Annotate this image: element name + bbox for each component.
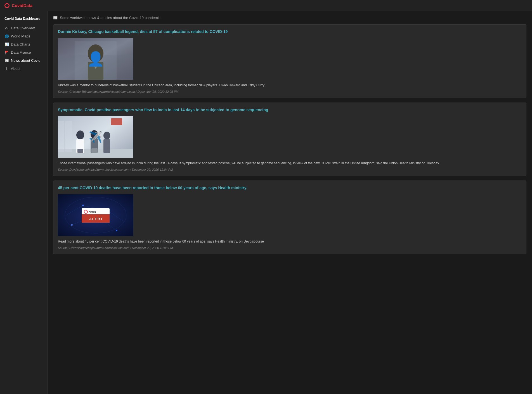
article-image-container-3: News ALERT [58,194,522,236]
about-icon: ℹ [4,67,9,71]
world-maps-icon: 🌐 [4,34,9,38]
article-card-3: 45 per cent COVID-19 deaths have been re… [53,181,526,254]
article-image-container-2 [58,116,522,158]
article-card-2: Symptomatic, Covid positive passengers w… [53,103,526,176]
svg-rect-33 [82,214,110,215]
sidebar-item-label: World Maps [11,34,30,38]
logo-highlight: Covid [12,3,23,8]
article-source-2: Source: Devdiscoursehttps://www.devdisco… [58,168,522,171]
svg-rect-5 [75,41,117,80]
sidebar-item-label: News about Covid [11,58,41,63]
airport-photo-svg [58,116,133,158]
logo-icon [4,3,10,8]
svg-rect-18 [111,118,122,125]
article-image-1 [58,38,133,80]
article-source-1: Source: Chicago Tribunehttps://www.chica… [58,90,522,93]
news-about-covid-icon: 📰 [4,59,9,63]
sidebar-item-label: Data France [11,50,31,54]
svg-point-8 [76,130,84,139]
article-body-1: Kirksey was a mentor to hundreds of bask… [58,83,522,88]
svg-rect-15 [91,148,98,153]
article-card-1: Donnie Kirksey, Chicago basketball legen… [53,24,526,98]
sidebar-item-about[interactable]: ℹ About [0,65,47,73]
main-content: 📰 Some worldwide news & articles about t… [48,11,532,394]
article-image-3: News ALERT [58,194,133,236]
svg-point-10 [91,130,98,139]
data-france-icon: 🚩 [4,51,9,54]
svg-text:ALERT: ALERT [89,217,103,221]
sidebar: Covid Data Dashboard 🗂 Data Overview 🌐 W… [0,11,48,394]
logo-suffix: Data [23,3,33,8]
svg-point-12 [103,132,110,139]
article-title-3[interactable]: 45 per cent COVID-19 deaths have been re… [58,185,522,191]
sidebar-item-news-about-covid[interactable]: 📰 News about Covid [0,56,47,65]
svg-point-26 [82,205,84,206]
sidebar-item-label: About [11,67,20,71]
sidebar-item-label: Data Charts [11,42,30,46]
article-title-1[interactable]: Donnie Kirksey, Chicago basketball legen… [58,29,522,35]
article-title-2[interactable]: Symptomatic, Covid positive passengers w… [58,107,522,113]
kirksey-photo-svg [58,38,133,80]
article-image-2 [58,116,133,158]
logo-text: CovidData [12,3,32,8]
page-header-icon: 📰 [53,16,58,20]
news-alert-svg: News ALERT [58,194,133,236]
data-overview-icon: 🗂 [4,26,9,30]
data-charts-icon: 📊 [4,42,9,46]
top-nav: CovidData [0,0,532,11]
article-body-2: Those international passengers who have … [58,161,522,166]
sidebar-item-world-maps[interactable]: 🌐 World Maps [0,32,47,40]
page-header: 📰 Some worldwide news & articles about t… [53,16,526,20]
sidebar-item-data-charts[interactable]: 📊 Data Charts [0,40,47,48]
app-layout: Covid Data Dashboard 🗂 Data Overview 🌐 W… [0,11,532,394]
svg-text:News: News [89,210,96,213]
sidebar-item-label: Data Overview [11,26,35,30]
sidebar-item-data-france[interactable]: 🚩 Data France [0,48,47,56]
article-body-3: Read more about 45 per cent COVID-19 dea… [58,239,522,244]
svg-rect-14 [77,149,83,153]
article-source-3: Source: Devdiscoursehttps://www.devdisco… [58,246,522,250]
sidebar-title: Covid Data Dashboard [0,16,47,24]
article-image-container-1 [58,38,522,80]
svg-point-29 [116,230,117,231]
sidebar-item-data-overview[interactable]: 🗂 Data Overview [0,24,47,32]
svg-point-28 [71,224,73,226]
page-header-text: Some worldwide news & articles about the… [60,16,161,20]
svg-rect-13 [103,139,110,153]
